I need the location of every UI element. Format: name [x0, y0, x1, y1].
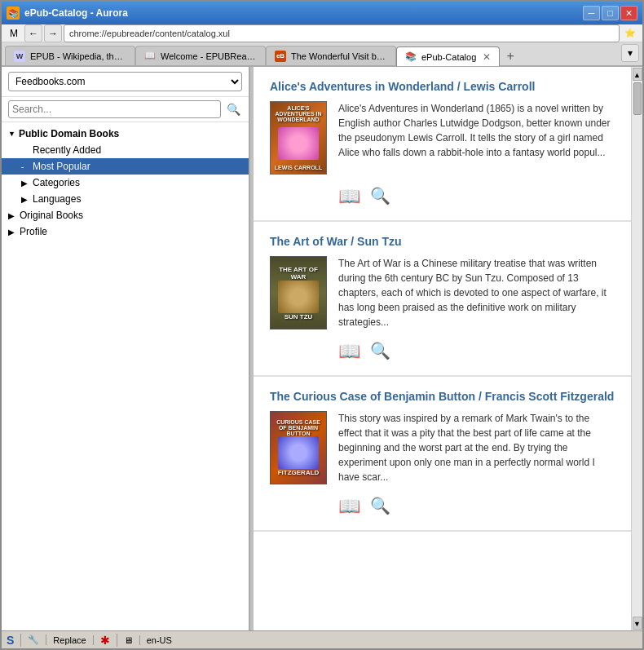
forward-button[interactable]: →	[44, 24, 62, 42]
status-item-tool: 🔧	[28, 635, 46, 645]
app-window: 📚 ePub-Catalog - Aurora ─ □ ✕ M ← → chro…	[0, 0, 644, 650]
sidebar-label-most-popular: Most Popular	[33, 161, 242, 172]
sidebar-item-most-popular[interactable]: - Most Popular	[2, 158, 249, 175]
status-locale-label: en-US	[147, 635, 172, 645]
close-button[interactable]: ✕	[620, 6, 637, 20]
cover-title-benjamin: CURIOUS CASE OF BENJAMIN BUTTON	[274, 419, 323, 436]
sidebar-header: Feedbooks.com Project Gutenberg ManyBook…	[2, 67, 249, 97]
minimize-button[interactable]: ─	[583, 6, 600, 20]
tab-icon-wonderful: eB	[275, 51, 286, 62]
book-cover-benjamin: CURIOUS CASE OF BENJAMIN BUTTON FITZGERA…	[270, 411, 327, 484]
cover-author-alice: LEWIS CARROLL	[275, 165, 322, 170]
sidebar-label-languages: Languages	[33, 193, 242, 205]
sidebar-item-categories[interactable]: ▶ Categories	[2, 175, 249, 191]
book-description-alice: Alice's Adventures in Wonderland (1865) …	[338, 101, 615, 175]
tab-icon-wikipedia: W	[14, 51, 25, 62]
scrollbar[interactable]: ▲ ▼	[631, 67, 642, 630]
sidebar-item-profile[interactable]: ▶ Profile	[2, 223, 249, 240]
read-button-artofwar[interactable]: 📖	[338, 341, 360, 362]
book-description-benjamin: This story was inspired by a remark of M…	[338, 411, 615, 484]
tab-close-catalog[interactable]: ✕	[483, 51, 491, 63]
expand-spacer-2: -	[21, 162, 33, 171]
expand-icon-profile: ▶	[8, 228, 20, 237]
menu-m[interactable]: M	[5, 26, 23, 41]
sidebar-item-recently-added[interactable]: Recently Added	[2, 142, 249, 158]
status-item-replace[interactable]: Replace	[53, 635, 93, 645]
status-replace-label: Replace	[53, 635, 86, 645]
status-star-icon: ✱	[100, 634, 110, 647]
book-body-alice: ALICE'S ADVENTURES IN WONDERLAND LEWIS C…	[270, 101, 615, 175]
tab-label-wonderful: The Wonderful Visit by H...	[291, 51, 387, 61]
tab-wonderful[interactable]: eB The Wonderful Visit by H...	[266, 46, 396, 65]
address-text: chrome://epubreader/content/catalog.xul	[69, 29, 230, 38]
sidebar-label-recently-added: Recently Added	[33, 144, 242, 156]
sidebar-label-categories: Categories	[33, 177, 242, 188]
sidebar-tree: ▼ Public Domain Books Recently Added - M…	[2, 122, 249, 630]
window-title: ePub-Catalog - Aurora	[24, 7, 128, 19]
nav-extra-button[interactable]: ⭐	[621, 24, 639, 42]
tab-bar: W EPUB - Wikipedia, the free ... 📖 Welco…	[2, 42, 642, 67]
book-cover-alice: ALICE'S ADVENTURES IN WONDERLAND LEWIS C…	[270, 101, 327, 175]
main-content: Feedbooks.com Project Gutenberg ManyBook…	[2, 67, 642, 630]
back-button[interactable]: ←	[24, 24, 42, 42]
sidebar-item-public-domain[interactable]: ▼ Public Domain Books	[2, 126, 249, 142]
book-title-artofwar[interactable]: The Art of War / Sun Tzu	[270, 235, 615, 248]
tab-label-wikipedia: EPUB - Wikipedia, the free ...	[30, 51, 126, 61]
menu-bar: M ← → chrome://epubreader/content/catalo…	[2, 24, 642, 42]
sidebar-item-original-books[interactable]: ▶ Original Books	[2, 207, 249, 223]
book-actions-alice: 📖 🔍	[270, 186, 615, 207]
status-item-s: S	[7, 634, 21, 647]
sidebar-label-public-domain: Public Domain Books	[19, 128, 119, 139]
scroll-thumb[interactable]	[633, 82, 642, 115]
tab-label-catalog: ePub-Catalog	[421, 52, 476, 62]
cover-title-artofwar: THE ART OF WAR	[274, 266, 323, 281]
expand-icon-original: ▶	[8, 211, 20, 220]
book-item-benjamin: The Curious Case of Benjamin Button / Fr…	[254, 377, 631, 532]
scroll-up-button[interactable]: ▲	[633, 68, 642, 81]
status-monitor-icon: 🖥	[124, 635, 133, 645]
scroll-track	[632, 82, 642, 616]
address-bar[interactable]: chrome://epubreader/content/catalog.xul	[64, 24, 620, 42]
book-title-alice[interactable]: Alice's Adventures in Wonderland / Lewis…	[270, 80, 615, 93]
new-tab-button[interactable]: +	[501, 47, 519, 65]
book-body-artofwar: THE ART OF WAR SUN TZU The Art of War is…	[270, 256, 615, 329]
read-button-benjamin[interactable]: 📖	[338, 496, 360, 517]
scroll-down-button[interactable]: ▼	[633, 617, 642, 630]
app-icon: 📚	[7, 7, 20, 20]
tab-label-welcome: Welcome - EPUBReader	[161, 51, 257, 61]
book-body-benjamin: CURIOUS CASE OF BENJAMIN BUTTON FITZGERA…	[270, 411, 615, 484]
site-selector[interactable]: Feedbooks.com Project Gutenberg ManyBook…	[8, 72, 242, 91]
tab-options-button[interactable]: ▾	[621, 44, 639, 62]
search-button[interactable]: 🔍	[224, 100, 242, 118]
book-title-benjamin[interactable]: The Curious Case of Benjamin Button / Fr…	[270, 390, 615, 403]
expand-icon-public-domain: ▼	[8, 130, 15, 138]
status-item-locale: en-US	[147, 635, 179, 645]
search-input[interactable]	[8, 100, 221, 118]
book-actions-artofwar: 📖 🔍	[270, 341, 615, 362]
title-bar-left: 📚 ePub-Catalog - Aurora	[7, 7, 128, 20]
sidebar-label-profile: Profile	[20, 226, 242, 237]
search-button-artofwar[interactable]: 🔍	[370, 341, 390, 362]
book-list: Alice's Adventures in Wonderland / Lewis…	[254, 67, 631, 630]
sidebar-item-languages[interactable]: ▶ Languages	[2, 191, 249, 207]
cover-image-benjamin	[278, 436, 319, 469]
search-button-benjamin[interactable]: 🔍	[370, 496, 390, 517]
expand-icon-languages: ▶	[21, 195, 33, 204]
status-tool-icon: 🔧	[28, 635, 39, 645]
sidebar: Feedbooks.com Project Gutenberg ManyBook…	[2, 67, 250, 630]
maximize-button[interactable]: □	[602, 6, 619, 20]
tab-icon-welcome: 📖	[144, 51, 156, 62]
book-actions-benjamin: 📖 🔍	[270, 496, 615, 517]
sidebar-search-bar: 🔍	[2, 97, 249, 122]
search-button-alice[interactable]: 🔍	[370, 186, 390, 207]
tab-welcome[interactable]: 📖 Welcome - EPUBReader	[135, 46, 266, 65]
status-s-icon: S	[7, 634, 14, 647]
window-controls: ─ □ ✕	[583, 6, 637, 20]
cover-image-artofwar	[278, 281, 319, 313]
read-button-alice[interactable]: 📖	[338, 186, 360, 207]
tab-wikipedia[interactable]: W EPUB - Wikipedia, the free ...	[5, 46, 135, 65]
tab-catalog[interactable]: 📚 ePub-Catalog ✕	[396, 46, 500, 66]
expand-icon-categories: ▶	[21, 179, 33, 188]
status-item-monitor: 🖥	[124, 635, 140, 645]
status-item-star: ✱	[100, 634, 117, 647]
